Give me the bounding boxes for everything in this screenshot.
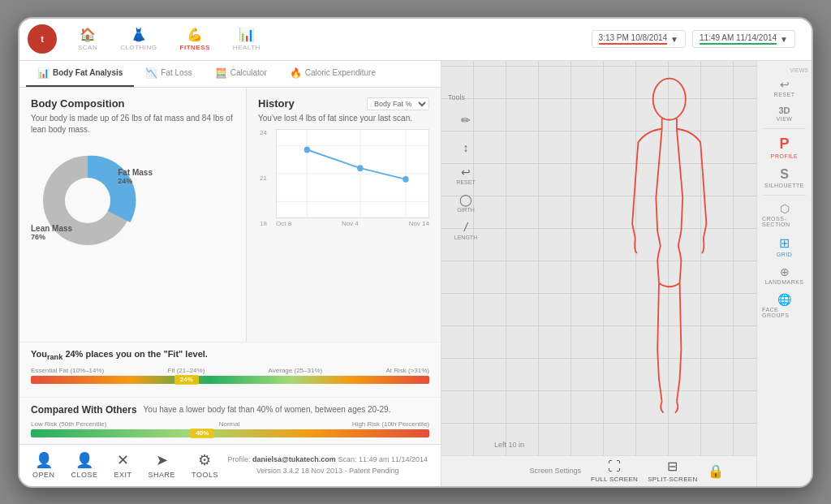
sidebar-profile-label: PROFILE	[771, 153, 798, 159]
tab-calculator[interactable]: 🧮 Calculator	[204, 61, 278, 87]
sidebar-silhouette-label: SILHOUETTE	[764, 183, 804, 188]
tool-girth[interactable]: ◯ GIRTH	[451, 191, 480, 215]
chart-y-labels: 24 21 18	[260, 129, 267, 227]
split-screen-button[interactable]: ⊟ SPLIT-SCREEN	[648, 459, 697, 483]
history-metric-select[interactable]: Body Fat %	[367, 97, 429, 110]
tab-bar: 📊 Body Fat Analysis 📉 Fat Loss 🧮 Calcula…	[19, 61, 441, 88]
date-selector-2[interactable]: 11:49 AM 11/14/2014 ▼	[692, 30, 795, 48]
sidebar-reset-label: RESET	[774, 92, 795, 97]
sidebar-reset-button[interactable]: ↩ RESET	[757, 75, 812, 101]
y-label-2: 18	[260, 220, 267, 227]
tab-fat-loss-label: Fat Loss	[161, 68, 192, 77]
tool-move[interactable]: ↕	[451, 136, 480, 160]
exit-label: EXIT	[114, 471, 132, 479]
sidebar-facegroups-icon: 🌐	[777, 293, 791, 306]
close-label: CLOSE	[71, 471, 98, 479]
tool-reset-label: RESET	[456, 179, 475, 185]
nav-items: 🏠 SCAN 👗 CLOTHING 💪 FITNESS 📊 HEALTH	[68, 24, 592, 54]
nav-fitness[interactable]: 💪 FITNESS	[170, 24, 220, 54]
split-screen-label: SPLIT-SCREEN	[648, 476, 697, 483]
chart-wrapper: 24 21 18	[276, 129, 429, 227]
left-panel: 📊 Body Fat Analysis 📉 Fat Loss 🧮 Calcula…	[19, 61, 441, 486]
tab-body-fat[interactable]: 📊 Body Fat Analysis	[26, 61, 134, 87]
body-date: 18 Nov 2013 - Patent Pending	[301, 467, 399, 475]
sidebar-landmarks-label: LANDMARKS	[764, 279, 803, 285]
compare-header: Compared With Others You have a lower bo…	[31, 404, 429, 416]
length-icon: /	[464, 221, 467, 234]
open-icon: 👤	[35, 451, 53, 469]
share-button[interactable]: ➤ SHARE	[149, 451, 176, 479]
y-label-0: 24	[260, 129, 267, 136]
tools-button[interactable]: ⚙ TOOLS	[192, 451, 218, 479]
sidebar-crosssection-icon: ⬡	[780, 202, 790, 215]
x-label-1: Nov 4	[342, 220, 359, 227]
fitness-icon: 💪	[187, 27, 203, 42]
compare-desc: You have a lower body fat than 40% of wo…	[144, 405, 391, 414]
sidebar-silhouette-icon: S	[780, 167, 789, 182]
compare-label-left: Low Risk (50th Percentile)	[31, 420, 106, 428]
top-nav: t 🏠 SCAN 👗 CLOTHING 💪 FITNESS 📊 HEALTH	[19, 19, 812, 61]
sidebar-grid-icon: ⊞	[779, 235, 790, 251]
svg-text:t: t	[41, 34, 44, 44]
sidebar-crosssection-button[interactable]: ⬡ CROSS-SECTION	[757, 199, 812, 230]
main-area: 📊 Body Fat Analysis 📉 Fat Loss 🧮 Calcula…	[19, 61, 812, 486]
nav-scan[interactable]: 🏠 SCAN	[68, 24, 107, 54]
sidebar-crosssection-label: CROSS-SECTION	[762, 216, 807, 227]
body-comp-title: Body Composition	[31, 97, 235, 110]
lock-button[interactable]: 🔒	[708, 463, 724, 479]
rank-section: Yourank 24% places you on the "Fit" leve…	[19, 342, 441, 396]
sidebar-facegroups-button[interactable]: 🌐 FACE GROUPS	[757, 290, 812, 321]
lean-mass-label: Lean Mass 76%	[31, 224, 72, 241]
profile-name: danielsa@tukatech.com	[252, 455, 336, 463]
sidebar-divider-1	[763, 128, 807, 129]
split-screen-icon: ⊟	[667, 459, 678, 474]
fat-label-3: At Risk (>31%)	[385, 367, 429, 374]
compare-section: Compared With Others You have a lower bo…	[19, 397, 441, 444]
sidebar-grid-label: GRID	[777, 252, 793, 257]
tool-reset[interactable]: ↩ RESET	[451, 163, 480, 187]
sidebar-3d-button[interactable]: 3D VIEW	[757, 102, 812, 125]
reset-arrow-icon: ↩	[461, 166, 471, 179]
full-screen-button[interactable]: ⛶ FULL SCREEN	[591, 459, 638, 483]
device-frame: t 🏠 SCAN 👗 CLOTHING 💪 FITNESS 📊 HEALTH	[18, 17, 813, 488]
share-label: SHARE	[149, 471, 176, 479]
fullscreen-icon: ⛶	[608, 459, 621, 474]
fat-scale: Essential Fat (10%–14%) Fit (21–24%) Ave…	[31, 367, 429, 384]
tab-calculator-label: Calculator	[230, 68, 267, 77]
sidebar-grid-button[interactable]: ⊞ GRID	[757, 232, 812, 261]
open-button[interactable]: 👤 OPEN	[32, 451, 55, 479]
caloric-icon: 🔥	[290, 67, 302, 79]
svg-point-13	[653, 78, 686, 119]
body-comp-desc: Your body is made up of 26 lbs of fat ma…	[31, 113, 235, 136]
fat-scale-labels: Essential Fat (10%–14%) Fit (21–24%) Ave…	[31, 367, 429, 374]
tool-draw[interactable]: ✏	[451, 108, 480, 132]
rank-prefix: Yourank	[31, 349, 65, 359]
home-icon: 🏠	[80, 27, 96, 42]
scan-date: 11:49 am 11/14/2014	[359, 455, 428, 463]
nav-clothing[interactable]: 👗 CLOTHING	[110, 24, 166, 54]
open-label: OPEN	[32, 471, 55, 479]
exit-button[interactable]: ✕ EXIT	[114, 451, 132, 479]
date-selector-1[interactable]: 3:13 PM 10/8/2014 ▼	[592, 30, 686, 48]
nav-health-label: HEALTH	[233, 44, 260, 51]
sidebar-silhouette-button[interactable]: S SILHOUETTE	[757, 164, 812, 192]
tab-body-fat-label: Body Fat Analysis	[53, 68, 123, 77]
profile-info: Profile: danielsa@tukatech.com Scan: 11:…	[228, 454, 428, 477]
tools-label: Tools	[448, 93, 465, 101]
chevron-down-icon-1: ▼	[670, 35, 678, 44]
close-button[interactable]: 👤 CLOSE	[71, 451, 98, 479]
tab-fat-loss[interactable]: 📉 Fat Loss	[134, 61, 203, 87]
sidebar-landmarks-button[interactable]: ⊕ LANDMARKS	[757, 262, 812, 288]
clothing-icon: 👗	[131, 27, 147, 42]
date-selectors: 3:13 PM 10/8/2014 ▼ 11:49 AM 11/14/2014 …	[592, 30, 803, 48]
tab-caloric[interactable]: 🔥 Caloric Expenditure	[278, 61, 387, 87]
sidebar-3d-label: VIEW	[777, 116, 793, 122]
nav-health[interactable]: 📊 HEALTH	[223, 24, 270, 54]
tool-length[interactable]: / LENGTH	[451, 218, 480, 243]
right-panel: Tools ✏ ↕ ↩ RESET ◯ GIRTH	[441, 61, 812, 486]
bottom-toolbar: 👤 OPEN 👤 CLOSE ✕ EXIT ➤ SHARE	[19, 444, 441, 486]
tools-icon: ⚙	[198, 451, 211, 469]
app-logo[interactable]: t	[28, 24, 57, 54]
sidebar-profile-button[interactable]: P PROFILE	[757, 132, 812, 162]
history-title: History	[258, 97, 295, 110]
